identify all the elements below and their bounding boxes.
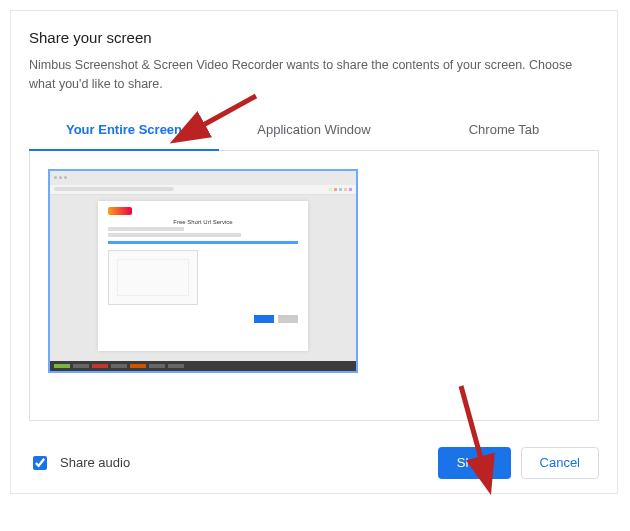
- thumb-taskbar: [50, 361, 356, 371]
- thumb-browser-addressbar: [50, 185, 356, 195]
- source-tabs: Your Entire Screen Application Window Ch…: [29, 112, 599, 151]
- thumb-page-content: Free Short Url Service: [50, 195, 356, 361]
- tab-chrome-tab[interactable]: Chrome Tab: [409, 112, 599, 151]
- thumb-service-title: Free Short Url Service: [108, 219, 298, 225]
- dialog-subtitle: Nimbus Screenshot & Screen Video Recorde…: [29, 56, 599, 94]
- preview-panel: Free Short Url Service: [29, 151, 599, 421]
- share-button[interactable]: Share: [438, 447, 511, 479]
- dialog-footer: Share audio Share Cancel: [29, 447, 599, 479]
- share-audio-input[interactable]: [33, 456, 47, 470]
- share-audio-checkbox[interactable]: Share audio: [29, 453, 130, 473]
- share-audio-label: Share audio: [60, 455, 130, 470]
- share-screen-dialog: Share your screen Nimbus Screenshot & Sc…: [10, 10, 618, 494]
- tab-application-window[interactable]: Application Window: [219, 112, 409, 151]
- tab-entire-screen[interactable]: Your Entire Screen: [29, 112, 219, 151]
- thumb-window-titlebar: [50, 171, 356, 185]
- dialog-title: Share your screen: [29, 29, 599, 46]
- screen-thumbnail[interactable]: Free Short Url Service: [48, 169, 358, 373]
- thumb-logo: [108, 207, 132, 215]
- cancel-button[interactable]: Cancel: [521, 447, 599, 479]
